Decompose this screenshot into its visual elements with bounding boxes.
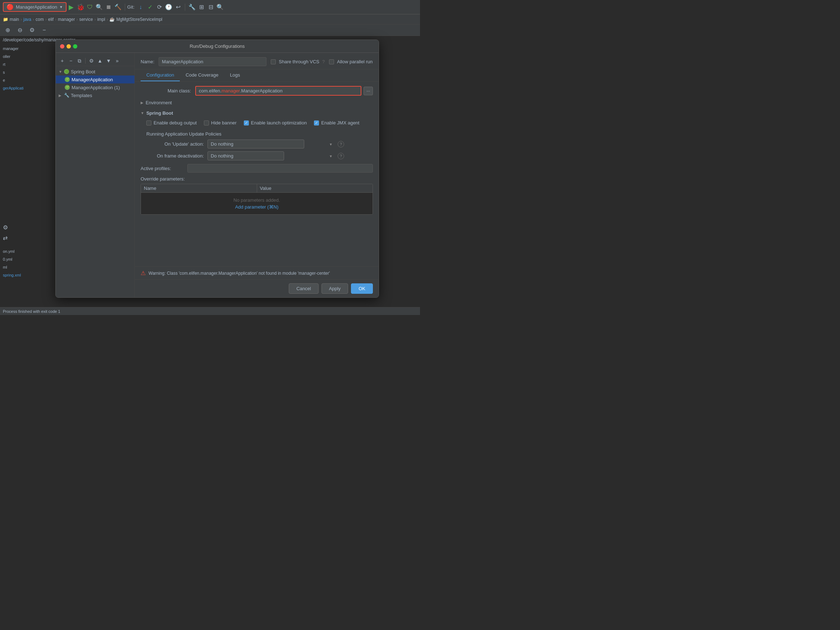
tree-spring-boot-group[interactable]: ▼ 🌿 Spring Boot: [56, 68, 134, 76]
close-button[interactable]: [60, 44, 64, 49]
edit-defaults-btn[interactable]: ⚙: [88, 57, 95, 64]
params-table-header: Name Value: [141, 184, 373, 193]
manager-app-label-1: ManagerApplication: [71, 77, 113, 82]
bc-impl[interactable]: impl: [97, 17, 105, 22]
name-row: Name: Share through VCS ? Allow parallel…: [135, 53, 379, 69]
hide-banner-checkbox-item: Hide banner: [204, 120, 237, 125]
bc-java-label: java: [24, 17, 31, 22]
debug-button[interactable]: 🐞: [77, 4, 84, 10]
environment-header[interactable]: ▶ Environment: [141, 99, 373, 106]
enable-launch-opt-checkbox[interactable]: ✓: [244, 120, 249, 125]
tree-manager-app-1[interactable]: 🌱 ManagerApplication: [56, 76, 134, 84]
hide-banner-checkbox[interactable]: [204, 120, 209, 125]
sub-expand[interactable]: ⊕: [4, 27, 11, 33]
ok-button[interactable]: OK: [351, 283, 373, 294]
layout[interactable]: ⊟: [207, 4, 214, 10]
name-input[interactable]: [159, 57, 267, 66]
share-vcs-help[interactable]: ?: [322, 59, 325, 64]
name-label: Name:: [141, 59, 154, 64]
maximize-button[interactable]: [73, 44, 77, 49]
move-up-btn[interactable]: ▲: [96, 57, 104, 64]
params-table: Name Value No parameters added. Add para…: [141, 184, 373, 215]
enable-debug-checkbox[interactable]: [146, 120, 152, 125]
tree-toolbar-sep1: [85, 58, 85, 64]
build-button[interactable]: 🔨: [115, 4, 121, 10]
active-profiles-label: Active profiles:: [141, 166, 184, 171]
content-panel: Name: Share through VCS ? Allow parallel…: [135, 53, 379, 297]
main-class-input[interactable]: com.elifen.manager.ManagerApplication: [195, 86, 362, 96]
undo[interactable]: ↩: [175, 4, 181, 10]
main-class-row: Main class: com.elifen.manager.ManagerAp…: [141, 86, 373, 96]
on-frame-row: On frame deactivation: Do nothing Update…: [146, 152, 373, 160]
templates-icon: 🔧: [64, 92, 69, 98]
active-profiles-input[interactable]: [187, 164, 373, 173]
override-params-section: Override parameters: Name Value No param…: [141, 176, 373, 215]
minimize-button[interactable]: [66, 44, 71, 49]
sub-minimize[interactable]: −: [41, 27, 47, 33]
bc-file-icon: ☕: [109, 17, 115, 22]
spring-boot-label: Spring Boot: [71, 69, 95, 74]
copy-config-btn[interactable]: ⧉: [76, 57, 83, 64]
col-value: Value: [257, 184, 373, 193]
on-update-help[interactable]: ?: [338, 141, 344, 147]
sub-collapse[interactable]: ⊖: [17, 27, 23, 33]
add-param-link[interactable]: Add parameter (⌘N): [235, 204, 279, 210]
tree-templates-group[interactable]: ▶ 🔧 Templates: [56, 92, 134, 99]
override-params-label: Override parameters:: [141, 176, 373, 182]
bc-service[interactable]: service: [79, 17, 93, 22]
tab-code-coverage[interactable]: Code Coverage: [180, 69, 224, 81]
bc-impl-label: impl: [97, 17, 105, 22]
on-frame-select[interactable]: Do nothing Update classes and resources …: [207, 152, 284, 160]
vcs-commit[interactable]: ✓: [147, 4, 153, 10]
remove-config-btn[interactable]: −: [67, 57, 74, 64]
run-config-selector[interactable]: 🔴 ManagerApplication ▼: [3, 2, 66, 12]
bc-manager-label: manager: [58, 17, 75, 22]
settings[interactable]: 🔧: [189, 4, 195, 10]
enable-jmx-item: ✓ Enable JMX agent: [314, 120, 359, 125]
cancel-button[interactable]: Cancel: [289, 283, 318, 294]
bc-java[interactable]: java: [24, 17, 31, 22]
move-down-btn[interactable]: ▼: [105, 57, 112, 64]
tree-manager-app-2[interactable]: 🌱 ManagerApplication (1): [56, 84, 134, 92]
bc-file[interactable]: ☕ MgMgtStoreServiceImpl: [109, 17, 162, 22]
no-params-text: No parameters added.: [234, 197, 280, 203]
on-frame-help[interactable]: ?: [338, 153, 344, 159]
coverage-button[interactable]: 🛡: [87, 4, 93, 10]
warning-icon: ⚠: [141, 270, 146, 276]
tab-configuration[interactable]: Configuration: [141, 69, 180, 81]
bc-main[interactable]: 📁 main: [3, 17, 19, 22]
window-manager[interactable]: ⊞: [198, 4, 205, 10]
more-btn[interactable]: »: [114, 57, 121, 64]
on-frame-select-container: Do nothing Update classes and resources …: [207, 152, 335, 160]
allow-parallel-checkbox[interactable]: [329, 59, 334, 64]
allow-parallel-label: Allow parallel run: [337, 59, 373, 64]
sub-settings[interactable]: ⚙: [29, 27, 35, 33]
stop-button[interactable]: ⏹: [105, 4, 112, 10]
vcs-push[interactable]: ⟳: [156, 4, 163, 10]
spring-boot-icon: 🌿: [64, 69, 69, 74]
active-profiles-row: Active profiles:: [141, 164, 373, 173]
apply-button[interactable]: Apply: [322, 283, 349, 294]
bc-com[interactable]: com: [36, 17, 44, 22]
params-table-body: No parameters added. Add parameter (⌘N): [141, 193, 373, 214]
on-update-select[interactable]: Do nothing Update classes and resources …: [207, 139, 304, 148]
spring-boot-section-header[interactable]: ▼ Spring Boot: [141, 109, 373, 117]
profile-button[interactable]: 🔍: [96, 4, 103, 10]
on-frame-label: On frame deactivation:: [146, 153, 204, 159]
run-button[interactable]: ▶: [68, 4, 74, 10]
sep2: [185, 3, 185, 11]
share-vcs-checkbox[interactable]: [271, 59, 276, 64]
add-config-btn[interactable]: +: [58, 57, 66, 64]
bc-elif[interactable]: elif: [48, 17, 54, 22]
search[interactable]: 🔍: [217, 4, 223, 10]
bc-elif-label: elif: [48, 17, 54, 22]
browse-main-class-btn[interactable]: ···: [363, 87, 373, 95]
vcs-history[interactable]: 🕐: [166, 4, 172, 10]
on-update-label: On 'Update' action:: [146, 141, 204, 147]
dialog-titlebar: Run/Debug Configurations: [56, 40, 379, 53]
tab-logs[interactable]: Logs: [224, 69, 246, 81]
vcs-update[interactable]: ↓: [137, 4, 144, 10]
tree-panel: + − ⧉ ⚙ ▲ ▼ » ▼ 🌿 Spring Boot: [56, 53, 135, 297]
enable-jmx-checkbox[interactable]: ✓: [314, 120, 319, 125]
bc-manager[interactable]: manager: [58, 17, 75, 22]
